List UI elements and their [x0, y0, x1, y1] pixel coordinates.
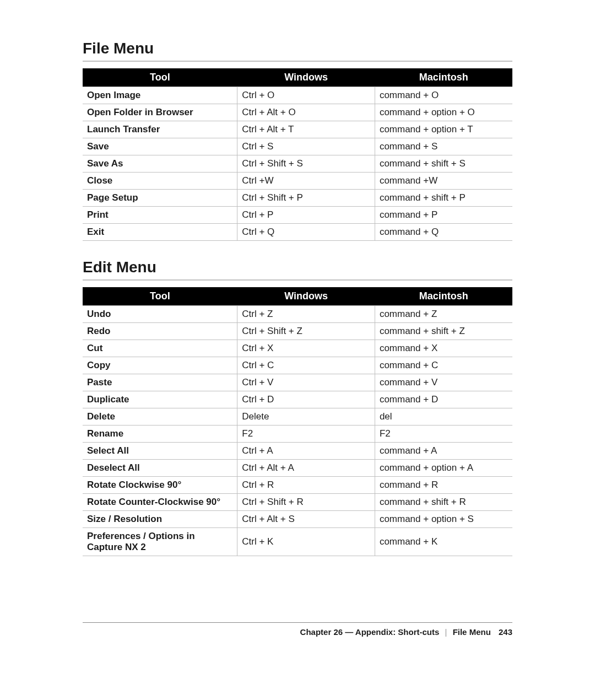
table-row: Rotate Clockwise 90°Ctrl + Rcommand + R [83, 477, 512, 494]
cell-win: Ctrl +W [237, 173, 375, 190]
cell-mac: command + option + O [375, 104, 512, 121]
table-header-row: Tool Windows Macintosh [83, 68, 512, 87]
cell-tool: Open Folder in Browser [83, 104, 237, 121]
table-row: Launch TransferCtrl + Alt + Tcommand + o… [83, 121, 512, 138]
page-footer: Chapter 26 — Appendix: Short-cuts | File… [83, 622, 512, 637]
edit-menu-table: Tool Windows Macintosh UndoCtrl + Zcomma… [83, 287, 512, 556]
table-row: CutCtrl + Xcommand + X [83, 340, 512, 357]
table-row: Save AsCtrl + Shift + Scommand + shift +… [83, 155, 512, 173]
footer-page-number: 243 [493, 627, 512, 637]
table-row: Deselect AllCtrl + Alt + Acommand + opti… [83, 460, 512, 477]
footer-rule [83, 622, 512, 623]
cell-tool: Launch Transfer [83, 121, 237, 138]
cell-tool: Rename [83, 426, 237, 443]
cell-win: Ctrl + Shift + P [237, 190, 375, 207]
cell-tool: Duplicate [83, 391, 237, 408]
cell-tool: Rotate Counter-Clockwise 90° [83, 494, 237, 511]
table-row: Rotate Counter-Clockwise 90°Ctrl + Shift… [83, 494, 512, 511]
cell-tool: Copy [83, 357, 237, 374]
cell-win: Delete [237, 408, 375, 426]
cell-win: Ctrl + Z [237, 306, 375, 323]
table-row: Preferences / Options in Capture NX 2Ctr… [83, 528, 512, 556]
cell-win: Ctrl + Shift + R [237, 494, 375, 511]
section-rule [83, 61, 512, 62]
col-mac: Macintosh [375, 287, 512, 306]
cell-tool: Delete [83, 408, 237, 426]
cell-win: Ctrl + X [237, 340, 375, 357]
cell-win: Ctrl + A [237, 443, 375, 460]
table-row: ExitCtrl + Qcommand + Q [83, 224, 512, 241]
cell-tool: Open Image [83, 87, 237, 104]
table-row: DeleteDeletedel [83, 408, 512, 426]
cell-win: Ctrl + P [237, 207, 375, 224]
page-content: File Menu Tool Windows Macintosh Open Im… [0, 0, 595, 556]
cell-mac: command + shift + R [375, 494, 512, 511]
cell-win: Ctrl + Shift + S [237, 155, 375, 173]
table-row: Open ImageCtrl + Ocommand + O [83, 87, 512, 104]
cell-mac: command + shift + P [375, 190, 512, 207]
table-row: DuplicateCtrl + Dcommand + D [83, 391, 512, 408]
section-title-edit-menu: Edit Menu [83, 259, 512, 276]
footer-text: Chapter 26 — Appendix: Short-cuts | File… [83, 627, 512, 637]
footer-section: File Menu [453, 627, 491, 637]
cell-mac: command + C [375, 357, 512, 374]
cell-win: Ctrl + C [237, 357, 375, 374]
cell-tool: Exit [83, 224, 237, 241]
col-windows: Windows [237, 287, 375, 306]
cell-tool: Paste [83, 374, 237, 391]
cell-win: Ctrl + Alt + S [237, 511, 375, 528]
cell-mac: command + option + A [375, 460, 512, 477]
table-row: RedoCtrl + Shift + Zcommand + shift + Z [83, 323, 512, 340]
cell-mac: command + option + S [375, 511, 512, 528]
table-row: UndoCtrl + Zcommand + Z [83, 306, 512, 323]
table-row: CloseCtrl +Wcommand +W [83, 173, 512, 190]
table-row: PasteCtrl + Vcommand + V [83, 374, 512, 391]
footer-separator: | [442, 627, 451, 637]
cell-tool: Page Setup [83, 190, 237, 207]
cell-tool: Cut [83, 340, 237, 357]
cell-tool: Size / Resolution [83, 511, 237, 528]
cell-tool: Save [83, 138, 237, 155]
cell-win: Ctrl + K [237, 528, 375, 556]
cell-mac: command + option + T [375, 121, 512, 138]
cell-win: Ctrl + Alt + A [237, 460, 375, 477]
file-menu-table: Tool Windows Macintosh Open ImageCtrl + … [83, 68, 512, 241]
cell-tool: Save As [83, 155, 237, 173]
footer-chapter: Chapter 26 — Appendix: Short-cuts [300, 627, 440, 637]
col-mac: Macintosh [375, 68, 512, 87]
cell-tool: Close [83, 173, 237, 190]
cell-win: Ctrl + Q [237, 224, 375, 241]
cell-mac: F2 [375, 426, 512, 443]
cell-mac: command + D [375, 391, 512, 408]
cell-tool: Print [83, 207, 237, 224]
table-row: CopyCtrl + Ccommand + C [83, 357, 512, 374]
cell-win: Ctrl + R [237, 477, 375, 494]
cell-tool: Rotate Clockwise 90° [83, 477, 237, 494]
cell-mac: command + S [375, 138, 512, 155]
col-tool: Tool [83, 287, 237, 306]
cell-mac: command + V [375, 374, 512, 391]
section-title-file-menu: File Menu [83, 40, 512, 57]
cell-mac: command + P [375, 207, 512, 224]
cell-tool: Redo [83, 323, 237, 340]
cell-mac: command +W [375, 173, 512, 190]
cell-tool: Select All [83, 443, 237, 460]
cell-win: Ctrl + V [237, 374, 375, 391]
cell-win: Ctrl + O [237, 87, 375, 104]
cell-win: Ctrl + Alt + T [237, 121, 375, 138]
cell-mac: command + X [375, 340, 512, 357]
cell-mac: command + Z [375, 306, 512, 323]
table-header-row: Tool Windows Macintosh [83, 287, 512, 306]
table-row: SaveCtrl + Scommand + S [83, 138, 512, 155]
section-rule [83, 279, 512, 281]
cell-tool: Deselect All [83, 460, 237, 477]
table-row: PrintCtrl + Pcommand + P [83, 207, 512, 224]
col-tool: Tool [83, 68, 237, 87]
cell-win: Ctrl + Shift + Z [237, 323, 375, 340]
cell-tool: Preferences / Options in Capture NX 2 [83, 528, 237, 556]
cell-win: Ctrl + D [237, 391, 375, 408]
table-row: RenameF2F2 [83, 426, 512, 443]
cell-mac: command + shift + Z [375, 323, 512, 340]
cell-mac: del [375, 408, 512, 426]
cell-win: F2 [237, 426, 375, 443]
